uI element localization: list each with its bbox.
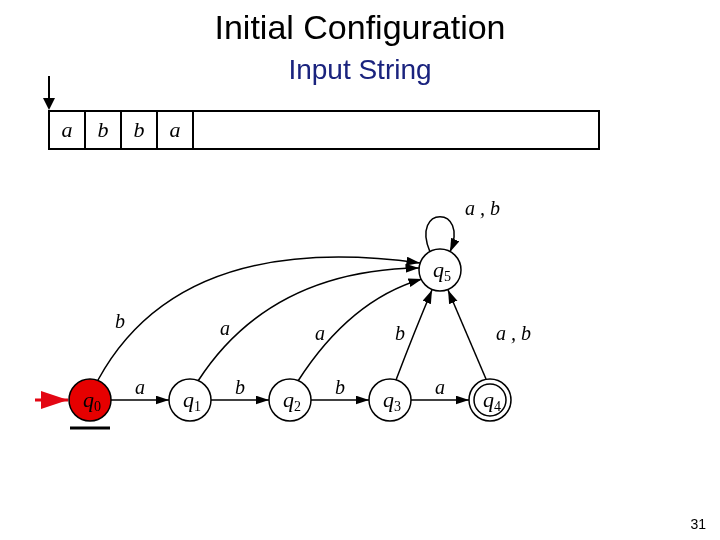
tape-head-arrow-icon xyxy=(42,76,56,110)
edge-label: a , b xyxy=(465,197,500,219)
edge-label: b xyxy=(395,322,405,344)
state-q4: q4 xyxy=(469,379,511,421)
edge-label: a xyxy=(220,317,230,339)
page-subtitle: Input String xyxy=(0,54,720,86)
edge-label: b xyxy=(115,310,125,332)
tape-cell: a xyxy=(158,112,194,148)
automaton-diagram: a b b a b a a b a , b a , b q0 q1 q2 xyxy=(20,200,540,460)
tape-cell: b xyxy=(122,112,158,148)
tape-cell xyxy=(194,112,598,148)
svg-marker-1 xyxy=(43,98,55,110)
state-q1: q1 xyxy=(169,379,211,421)
edge-label: a xyxy=(135,376,145,398)
edge-label: a , b xyxy=(496,322,531,344)
state-q5: q5 xyxy=(419,249,461,291)
edge-label: a xyxy=(315,322,325,344)
state-q2: q2 xyxy=(269,379,311,421)
input-tape: a b b a xyxy=(48,110,600,150)
edge-label: a xyxy=(435,376,445,398)
state-q0: q0 xyxy=(69,379,111,421)
page-title: Initial Configuration xyxy=(0,8,720,47)
tape-cell: a xyxy=(50,112,86,148)
edge-label: b xyxy=(335,376,345,398)
edge-label: b xyxy=(235,376,245,398)
page-number: 31 xyxy=(690,516,706,532)
tape-cell: b xyxy=(86,112,122,148)
state-q3: q3 xyxy=(369,379,411,421)
